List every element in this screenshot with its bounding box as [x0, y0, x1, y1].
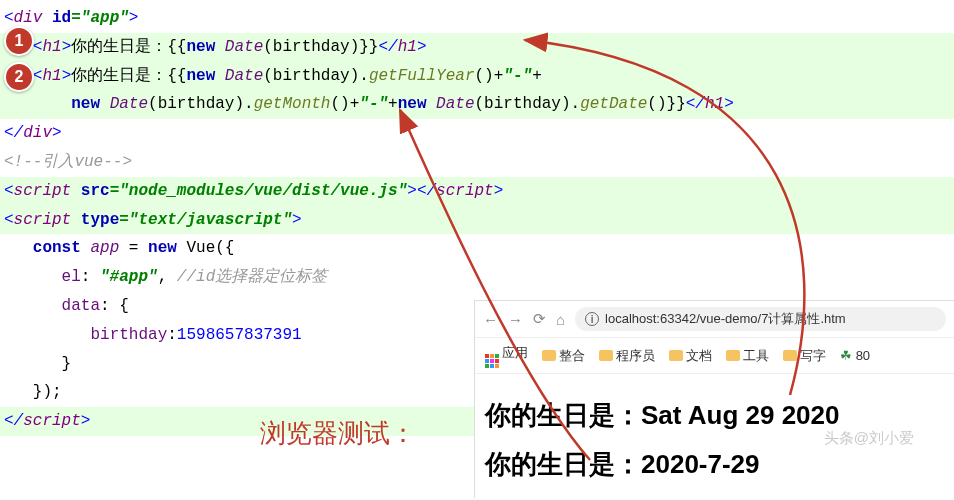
- browser-toolbar: ← → ⟳ ⌂ i localhost:63342/vue-demo/7计算属性…: [475, 301, 954, 338]
- apps-button[interactable]: 应用: [485, 344, 528, 367]
- folder-icon: [669, 350, 683, 361]
- leaf-icon: ☘: [840, 348, 852, 363]
- back-icon[interactable]: ←: [483, 311, 498, 328]
- reload-icon[interactable]: ⟳: [533, 310, 546, 328]
- folder-icon: [726, 350, 740, 361]
- annotation-badge-1: 1: [4, 26, 34, 56]
- browser-viewport: 你的生日是：Sat Aug 29 2020 你的生日是：2020-7-29 头条…: [475, 374, 954, 498]
- info-icon: i: [585, 312, 599, 326]
- output-line-2: 你的生日是：2020-7-29: [485, 447, 944, 482]
- folder-icon: [599, 350, 613, 361]
- url-text: localhost:63342/vue-demo/7计算属性.htm: [605, 310, 846, 328]
- annotation-badge-2: 2: [4, 62, 34, 92]
- bookmark-folder[interactable]: 文档: [669, 347, 712, 365]
- forward-icon[interactable]: →: [508, 311, 523, 328]
- folder-icon: [542, 350, 556, 361]
- bookmark-bar: 应用 整合 程序员 文档 工具 写字 ☘ 80: [475, 338, 954, 374]
- browser-window: ← → ⟳ ⌂ i localhost:63342/vue-demo/7计算属性…: [474, 300, 954, 498]
- bookmark-folder[interactable]: 工具: [726, 347, 769, 365]
- folder-icon: [783, 350, 797, 361]
- bookmark-folder[interactable]: 整合: [542, 347, 585, 365]
- bookmark-item[interactable]: ☘ 80: [840, 348, 870, 363]
- home-icon[interactable]: ⌂: [556, 311, 565, 328]
- browser-test-label: 浏览器测试：: [260, 416, 416, 451]
- bookmark-folder[interactable]: 程序员: [599, 347, 655, 365]
- bookmark-folder[interactable]: 写字: [783, 347, 826, 365]
- output-line-1: 你的生日是：Sat Aug 29 2020: [485, 398, 944, 433]
- address-bar[interactable]: i localhost:63342/vue-demo/7计算属性.htm: [575, 307, 946, 331]
- apps-icon: [485, 354, 499, 368]
